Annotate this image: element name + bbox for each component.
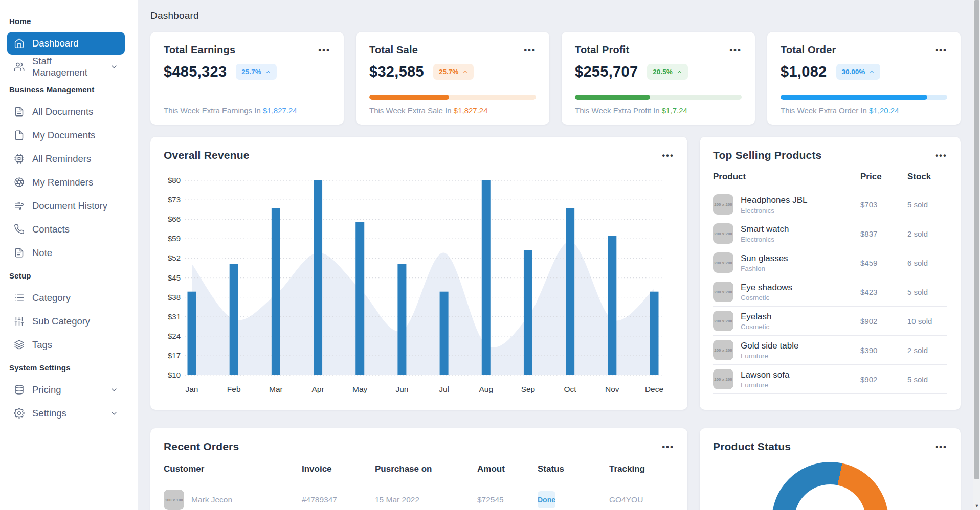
more-menu-icon[interactable]: ••• <box>729 45 742 54</box>
document-text-icon <box>14 106 25 117</box>
sidebar-item-label: All Reminders <box>32 153 91 165</box>
sidebar-section-label-business-management: Business Management <box>0 79 138 100</box>
note-text: This Week Extra Profit In <box>575 106 662 115</box>
products-column-price: Price <box>860 172 907 182</box>
product-name: Eyelash <box>741 312 771 322</box>
sidebar-item-label: Contacts <box>32 224 70 235</box>
product-stock: 5 sold <box>907 288 947 296</box>
product-row-lawson-sofa: 200 x 200 Lawson sofa Furniture $902 5 s… <box>713 365 947 394</box>
orders-column-amout: Amout <box>477 464 538 474</box>
stat-card-value: $485,323 <box>164 63 227 80</box>
page-title: Dashboard <box>150 10 199 21</box>
cpu-icon <box>14 153 25 164</box>
sidebar-item-all-documents[interactable]: All Documents <box>7 100 125 123</box>
sidebar-item-tags[interactable]: Tags <box>7 333 125 356</box>
more-menu-icon[interactable]: ••• <box>318 45 330 54</box>
sidebar-item-label: My Documents <box>32 130 95 141</box>
stat-card-total-order: Total Order ••• $1,082 30.00% This Week … <box>767 32 961 125</box>
product-category: Electronics <box>741 236 789 243</box>
product-thumbnail: 200 x 200 <box>713 340 733 360</box>
products-table-body: 200 x 200 Headphones JBL Electronics $70… <box>713 190 947 394</box>
product-name: Sun glasses <box>741 253 788 264</box>
product-price: $902 <box>860 375 907 384</box>
svg-text:$38: $38 <box>168 293 181 302</box>
svg-text:Aug: Aug <box>479 385 493 393</box>
orders-table-header: CustomerInvoicePusrchase onAmoutStatusTr… <box>164 453 674 482</box>
page-header: Dashboard <box>150 0 961 32</box>
recent-orders-title: Recent Orders <box>164 441 239 453</box>
sidebar-item-pricing[interactable]: Pricing <box>7 378 125 401</box>
chevron-down-icon <box>110 63 118 71</box>
product-stock: 2 sold <box>907 229 947 238</box>
stat-progress-fill <box>369 95 449 100</box>
svg-text:Jun: Jun <box>395 385 408 393</box>
more-menu-icon[interactable]: ••• <box>935 443 947 451</box>
more-menu-icon[interactable]: ••• <box>524 45 536 54</box>
product-category: Electronics <box>741 206 807 214</box>
more-menu-icon[interactable]: ••• <box>935 151 947 160</box>
sidebar-item-note[interactable]: Note <box>7 241 125 264</box>
product-status-title: Product Status <box>713 441 791 453</box>
overall-revenue-panel: Overall Revenue ••• $80$73$66$59$52$45$3… <box>150 137 687 410</box>
stat-progress-bar <box>575 95 742 100</box>
product-stock: 6 sold <box>907 259 947 267</box>
svg-text:$24: $24 <box>168 332 181 340</box>
trend-badge-value: 25.7% <box>439 68 458 76</box>
trend-badge-value: 30.00% <box>842 68 865 76</box>
svg-text:$66: $66 <box>168 215 181 223</box>
vertical-scrollbar[interactable]: ▼ <box>973 0 980 510</box>
layers-icon <box>14 339 25 350</box>
note-amount: $1,20.24 <box>869 106 899 115</box>
product-name: Gold side table <box>741 341 798 351</box>
svg-text:$45: $45 <box>168 273 181 282</box>
product-category: Cosmetic <box>741 294 792 302</box>
note-text: This Week Extra Order In <box>781 106 869 115</box>
trend-badge: 25.7% <box>433 64 474 80</box>
sidebar-item-my-reminders[interactable]: My Reminders <box>7 171 125 194</box>
sidebar-item-document-history[interactable]: Document History <box>7 194 125 217</box>
orders-column-status: Status <box>538 464 609 474</box>
stat-card-value: $32,585 <box>369 63 424 80</box>
sidebar-item-label: Tags <box>32 339 52 351</box>
chevron-down-icon <box>110 409 118 418</box>
product-name: Lawson sofa <box>741 370 789 380</box>
stat-card-title: Total Sale <box>369 44 418 56</box>
order-invoice: #4789347 <box>302 495 375 504</box>
more-menu-icon[interactable]: ••• <box>662 151 674 160</box>
scroll-down-arrow-icon[interactable]: ▼ <box>973 504 980 508</box>
sidebar-item-my-documents[interactable]: My Documents <box>7 124 125 147</box>
app-root: HomeDashboardStaff ManagementBusiness Ma… <box>0 0 980 510</box>
svg-text:Feb: Feb <box>227 385 241 393</box>
gear-icon <box>14 408 25 419</box>
product-row-eyelash: 200 x 200 Eyelash Cosmetic $902 10 sold <box>713 307 947 336</box>
sidebar-item-category[interactable]: Category <box>7 286 125 309</box>
svg-text:Sep: Sep <box>521 385 536 393</box>
product-row-gold-side-table: 200 x 200 Gold side table Furniture $390… <box>713 336 947 365</box>
sidebar-item-sub-category[interactable]: Sub Category <box>7 310 125 333</box>
product-row-eye-shadows: 200 x 200 Eye shadows Cosmetic $423 5 so… <box>713 277 947 307</box>
sidebar: HomeDashboardStaff ManagementBusiness Ma… <box>0 0 138 510</box>
order-status-badge: Done <box>538 491 555 508</box>
product-price: $837 <box>860 229 907 238</box>
orders-column-customer: Customer <box>164 464 302 474</box>
note-amount: $1,827.24 <box>454 106 488 115</box>
product-category: Furniture <box>741 352 798 360</box>
stat-card-note: This Week Extra Order In $1,20.24 <box>781 106 947 115</box>
sidebar-item-dashboard[interactable]: Dashboard <box>7 32 125 55</box>
sidebar-item-staff-management[interactable]: Staff Management <box>7 55 125 78</box>
more-menu-icon[interactable]: ••• <box>662 443 674 451</box>
sidebar-item-contacts[interactable]: Contacts <box>7 218 125 241</box>
sidebar-item-label: Note <box>32 247 52 259</box>
overall-revenue-title: Overall Revenue <box>164 149 250 161</box>
product-thumbnail: 200 x 200 <box>713 282 733 302</box>
product-stock: 5 sold <box>907 375 947 384</box>
more-menu-icon[interactable]: ••• <box>935 45 947 54</box>
stat-card-title: Total Order <box>781 44 836 56</box>
svg-text:$31: $31 <box>168 312 181 321</box>
scrollbar-thumb[interactable] <box>974 0 979 479</box>
product-stock: 2 sold <box>907 346 947 355</box>
stat-card-title: Total Earnings <box>164 44 235 56</box>
sidebar-item-settings[interactable]: Settings <box>7 402 125 425</box>
products-column-product: Product <box>713 172 860 182</box>
sidebar-item-all-reminders[interactable]: All Reminders <box>7 147 125 170</box>
